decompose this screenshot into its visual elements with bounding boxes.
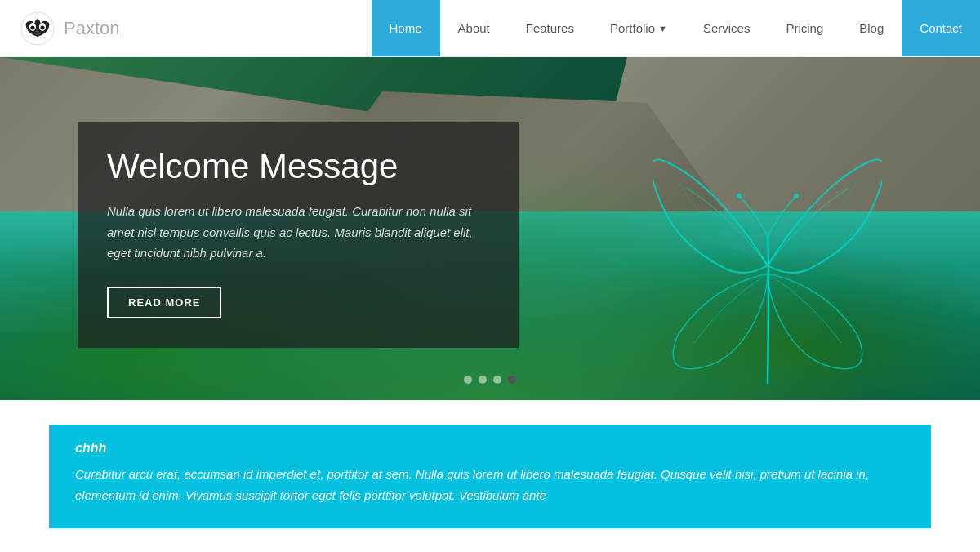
svg-point-5 — [794, 194, 799, 198]
nav-item-portfolio[interactable]: Portfolio ▼ — [592, 0, 685, 56]
section-below: chhh Curabitur arcu erat, accumsan id im… — [0, 400, 980, 528]
dropdown-arrow-icon: ▼ — [658, 24, 667, 33]
brand-link[interactable]: Paxton — [0, 11, 147, 47]
read-more-button[interactable]: READ MORE — [107, 287, 221, 318]
nav-item-features[interactable]: Features — [508, 0, 592, 56]
nav-link-pricing[interactable]: Pricing — [768, 0, 841, 56]
nav-menu: Home About Features Portfolio ▼ Services… — [372, 0, 980, 56]
nav-link-contact[interactable]: Contact — [902, 0, 980, 56]
carousel-dot-4[interactable] — [508, 376, 516, 384]
butterfly-decoration — [653, 122, 882, 400]
nav-link-portfolio[interactable]: Portfolio ▼ — [592, 0, 685, 56]
content-box: chhh Curabitur arcu erat, accumsan id im… — [49, 425, 931, 528]
nav-link-features[interactable]: Features — [508, 0, 592, 56]
nav-item-services[interactable]: Services — [685, 0, 768, 56]
brand-icon — [20, 11, 56, 47]
hero-content-box: Welcome Message Nulla quis lorem ut libe… — [78, 122, 519, 348]
svg-point-6 — [737, 194, 742, 198]
brand-name: Paxton — [64, 18, 120, 39]
nav-link-about[interactable]: About — [440, 0, 508, 56]
carousel-dot-1[interactable] — [464, 376, 472, 384]
nav-item-contact[interactable]: Contact — [902, 0, 980, 56]
carousel-dot-3[interactable] — [493, 376, 501, 384]
nav-item-about[interactable]: About — [440, 0, 508, 56]
content-box-title: chhh — [75, 441, 908, 456]
hero-subtitle: Nulla quis lorem ut libero malesuada feu… — [107, 201, 489, 264]
nav-link-home[interactable]: Home — [372, 0, 440, 56]
nav-item-pricing[interactable]: Pricing — [768, 0, 841, 56]
navbar: Paxton Home About Features Portfolio ▼ S… — [0, 0, 980, 57]
carousel-dot-2[interactable] — [479, 376, 487, 384]
svg-point-4 — [41, 25, 45, 29]
content-box-text: Curabitur arcu erat, accumsan id imperdi… — [75, 464, 908, 505]
nav-link-blog[interactable]: Blog — [841, 0, 902, 56]
nav-link-services[interactable]: Services — [685, 0, 768, 56]
hero-section: Welcome Message Nulla quis lorem ut libe… — [0, 57, 980, 400]
hero-title: Welcome Message — [107, 147, 489, 186]
nav-item-home[interactable]: Home — [372, 0, 440, 56]
svg-point-3 — [31, 25, 35, 29]
nav-item-blog[interactable]: Blog — [841, 0, 902, 56]
carousel-dots — [464, 376, 516, 384]
